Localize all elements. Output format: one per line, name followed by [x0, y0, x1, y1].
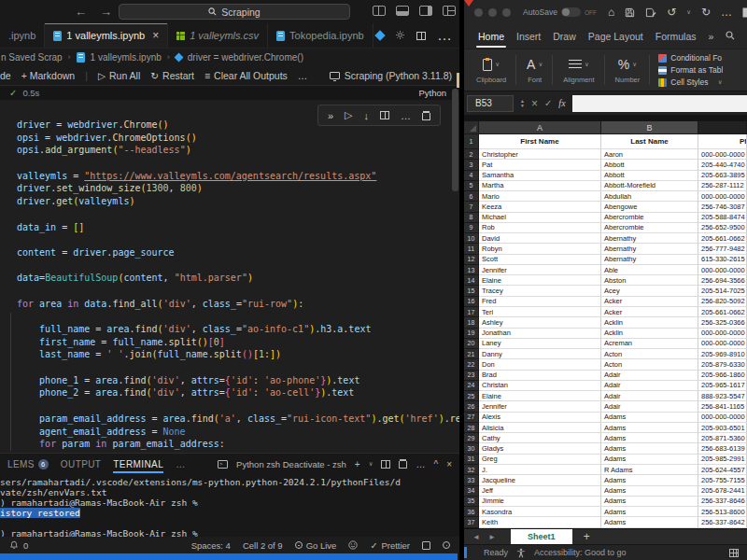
sheet-cell[interactable]: 256-820-5092	[698, 297, 747, 307]
row-header[interactable]: 17	[464, 307, 479, 317]
row-header[interactable]: 25	[464, 391, 479, 401]
code-area[interactable]: driver = webdriver.Chrome()opsi = webdri…	[17, 119, 459, 451]
sheet-cell[interactable]: 205-440-4740	[698, 160, 747, 170]
sheet-cell[interactable]: 205-985-2991	[698, 455, 747, 465]
delete-cell-icon[interactable]	[422, 111, 430, 120]
sheet-cell[interactable]: 000-000-0000	[698, 329, 747, 339]
feedback-smiley-icon[interactable]	[348, 540, 358, 550]
sheet-cell[interactable]: Keeza	[479, 202, 601, 212]
sheet-cell[interactable]: Robyn	[479, 244, 601, 254]
editor-layout-icon[interactable]	[422, 541, 430, 550]
row-header[interactable]: 15	[464, 286, 479, 296]
row-header[interactable]: 1	[464, 134, 479, 149]
editor-tab[interactable]: 1 valleymls.csv	[168, 23, 268, 48]
sheet-cell[interactable]: 205-588-8474	[698, 213, 747, 223]
add-markdown-button[interactable]: + Markdown	[21, 70, 75, 81]
sheet-cell[interactable]: Adams	[601, 497, 698, 507]
remote-status-icon[interactable]	[443, 541, 450, 549]
sheet-cell[interactable]: 256-652-9500	[698, 223, 747, 233]
row-header[interactable]: 24	[464, 381, 479, 391]
sheet-cell[interactable]: Acklin	[601, 317, 698, 328]
add-sheet-button[interactable]: +	[584, 530, 590, 543]
autosave-switch[interactable]	[561, 7, 581, 17]
tell-me-search-icon[interactable]	[726, 31, 735, 42]
sheet-cell[interactable]: 000-000-0000	[698, 149, 747, 160]
row-header[interactable]: 18	[464, 317, 479, 328]
code-line[interactable]: first_name = full_name.split()[0]	[17, 336, 459, 349]
split-cell-icon[interactable]	[380, 111, 389, 119]
code-line[interactable]	[17, 285, 459, 298]
sheet-cell[interactable]: 205-969-8910	[698, 349, 747, 359]
sheet-cell[interactable]: Cathy	[479, 433, 601, 443]
toggle-sidebar-icon[interactable]	[419, 6, 432, 16]
sheet-cell[interactable]: Jacqueline	[479, 475, 601, 485]
row-header[interactable]: 27	[464, 413, 479, 423]
cell-styles-button[interactable]: Cell Styles ∨	[658, 77, 723, 87]
tab-output[interactable]: OUTPUT	[61, 459, 102, 469]
sheet-cell[interactable]: Christopher	[479, 149, 601, 160]
row-header[interactable]: 37	[464, 517, 479, 527]
sheet-cell[interactable]: 205-879-6330	[698, 359, 747, 370]
maximize-panel-icon[interactable]: ^	[433, 459, 438, 469]
sheet-cell[interactable]: Elaine	[479, 391, 601, 401]
confirm-entry-icon[interactable]: ✓	[544, 98, 552, 108]
formula-input[interactable]	[572, 95, 747, 112]
row-header[interactable]: 12	[464, 255, 479, 265]
notification-count[interactable]: 0	[23, 540, 28, 551]
code-line[interactable]: valleymls = "https://www.valleymls.com/a…	[17, 170, 459, 183]
ribbon-tab-draw[interactable]: Draw	[553, 29, 576, 44]
terminal-output[interactable]: sers/ramahartadi/.vscode/extensions/ms-p…	[0, 474, 459, 539]
panel-ellipsis-icon[interactable]: …	[416, 459, 425, 469]
zoom-window-button[interactable]	[502, 8, 511, 17]
code-line[interactable]	[17, 208, 459, 221]
ribbon-tab-home[interactable]: Home	[478, 29, 504, 44]
sheet-cell[interactable]: 615-330-2615	[698, 255, 747, 265]
row-header[interactable]: 14	[464, 275, 479, 286]
autosave-toggle[interactable]: AutoSave OFF	[523, 7, 597, 17]
sheet-cell[interactable]: Fred	[479, 297, 601, 307]
code-line[interactable]	[17, 361, 459, 374]
sheet-cell[interactable]: Acton	[601, 349, 698, 359]
sheet-cell[interactable]: Phone	[698, 134, 747, 149]
sheet-cell[interactable]: Mario	[479, 191, 601, 202]
row-header[interactable]: 5	[464, 181, 479, 191]
save-as-icon[interactable]	[645, 7, 656, 18]
tab-terminal[interactable]: TERMINAL	[113, 459, 163, 469]
editor-more-icon[interactable]: …	[437, 27, 452, 44]
split-editor-icon[interactable]	[416, 32, 426, 40]
code-line[interactable]: opsi = webdriver.ChromeOptions()	[17, 132, 459, 145]
sheet-cell[interactable]: Brad	[479, 371, 601, 381]
alignment-group[interactable]: ∨ Alignment	[553, 49, 604, 91]
sheet-cell[interactable]: Abercrombie	[601, 213, 698, 223]
sheet-cell[interactable]: 256-683-6139	[698, 443, 747, 454]
code-line[interactable]	[17, 259, 459, 273]
row-header[interactable]: 29	[464, 433, 479, 443]
sheet-cell[interactable]: Adams	[601, 413, 698, 423]
sheet-cell[interactable]: Adams	[601, 517, 698, 527]
row-header[interactable]: 6	[464, 191, 479, 202]
cell-position[interactable]: Cell 2 of 9	[243, 540, 283, 551]
sheet-cell[interactable]: Jimmie	[479, 497, 601, 507]
nav-back-icon[interactable]: ←	[75, 5, 87, 19]
sheet-cell[interactable]: Acreman	[601, 339, 698, 349]
sheet-cell[interactable]: Acker	[601, 297, 698, 307]
row-header[interactable]: 30	[464, 443, 479, 454]
ribbon-tab-formulas[interactable]: Formulas	[655, 29, 697, 44]
code-line[interactable]: driver.get(valleymls)	[17, 195, 459, 208]
editor-tab[interactable]: 1 valleymls.ipynb×	[45, 23, 168, 48]
code-line[interactable]: phone_1 = area.find('div', attrs={'id': …	[17, 374, 459, 387]
sheet-cell[interactable]: 205-903-6501	[698, 423, 747, 433]
editor-scrollbar[interactable]	[452, 89, 458, 191]
sheet-cell[interactable]: Elaine	[479, 275, 601, 286]
sheet-cell[interactable]: Jennifer	[479, 265, 601, 275]
ribbon-tab-page-layout[interactable]: Page Layout	[588, 29, 643, 44]
code-line[interactable]: last_name = ' '.join(full_name.split()[1…	[17, 348, 459, 361]
sheet-cell[interactable]: 205-624-4557	[698, 465, 747, 475]
indent-setting[interactable]: Spaces: 4	[191, 540, 231, 551]
sheet-cell[interactable]: Keith	[479, 517, 601, 527]
code-line[interactable]: driver.set_window_size(1300, 800)	[17, 182, 459, 195]
run-by-line-icon[interactable]: »	[328, 110, 333, 121]
row-header[interactable]: 10	[464, 233, 479, 244]
row-header[interactable]: 20	[464, 339, 479, 349]
traffic-lights[interactable]	[474, 8, 511, 17]
